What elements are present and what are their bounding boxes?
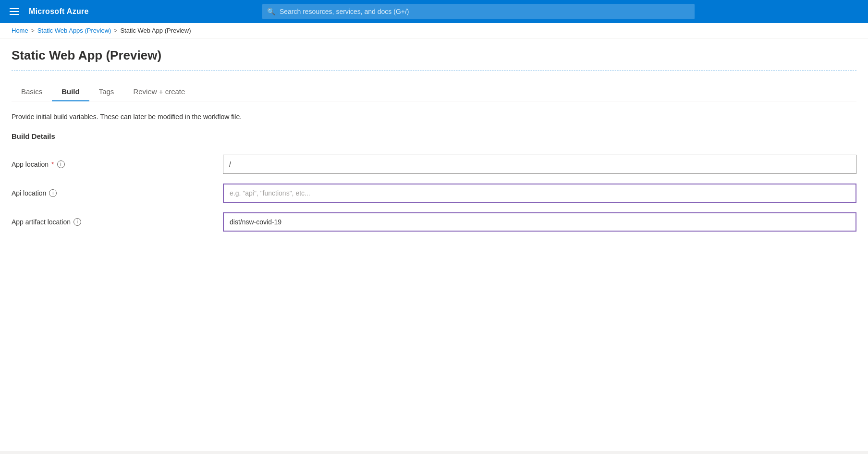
build-description: Provide initial build variables. These c…: [12, 113, 856, 121]
breadcrumb-home[interactable]: Home: [12, 27, 28, 34]
api-location-input[interactable]: [223, 184, 856, 203]
tab-review-create[interactable]: Review + create: [123, 83, 195, 101]
main-content: Static Web App (Preview) Basics Build Ta…: [0, 38, 868, 451]
api-location-info-icon[interactable]: i: [49, 189, 57, 197]
app-location-info-icon[interactable]: i: [57, 160, 65, 168]
topbar: Microsoft Azure 🔍: [0, 0, 868, 23]
app-location-label: App location: [12, 160, 49, 168]
app-artifact-location-label: App artifact location: [12, 218, 71, 226]
tab-basics[interactable]: Basics: [12, 83, 52, 101]
breadcrumb-separator-1: >: [31, 27, 35, 34]
api-location-label: Api location: [12, 189, 46, 197]
brand-label: Microsoft Azure: [29, 7, 89, 16]
app-location-label-cell: App location * i: [12, 150, 213, 179]
api-location-input-cell: [213, 179, 856, 208]
search-container: 🔍: [262, 4, 695, 19]
app-artifact-location-info-icon[interactable]: i: [73, 218, 81, 226]
app-artifact-location-label-cell: App artifact location i: [12, 208, 213, 236]
app-location-required: *: [51, 160, 54, 168]
tab-build[interactable]: Build: [52, 83, 89, 101]
breadcrumb-separator-2: >: [114, 27, 117, 34]
app-location-input[interactable]: [223, 155, 856, 174]
build-details-header: Build Details: [12, 132, 856, 140]
divider: [12, 71, 856, 71]
api-location-label-cell: Api location i: [12, 179, 213, 208]
app-location-input-cell: [213, 150, 856, 179]
breadcrumb-current: Static Web App (Preview): [120, 27, 191, 34]
search-icon: 🔍: [267, 8, 275, 15]
tab-tags[interactable]: Tags: [89, 83, 124, 101]
build-details-form: App location * i Api location i App arti…: [12, 150, 856, 236]
breadcrumb: Home > Static Web Apps (Preview) > Stati…: [0, 23, 868, 38]
tabs-container: Basics Build Tags Review + create: [12, 83, 856, 101]
app-artifact-location-input-cell: [213, 208, 856, 236]
breadcrumb-static-web-apps[interactable]: Static Web Apps (Preview): [37, 27, 111, 34]
page-title: Static Web App (Preview): [12, 48, 856, 63]
search-input[interactable]: [262, 4, 695, 19]
hamburger-menu-button[interactable]: [8, 6, 21, 17]
app-artifact-location-input[interactable]: [223, 212, 856, 232]
